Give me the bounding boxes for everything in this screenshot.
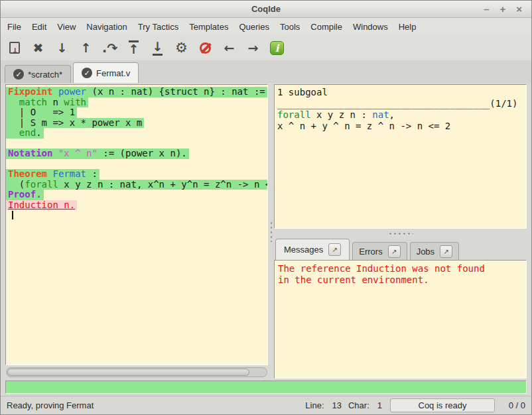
goal-counter: 0 / 0 bbox=[503, 400, 525, 410]
coq-status-button[interactable]: Coq is ready bbox=[390, 398, 495, 412]
menu-item[interactable]: Queries bbox=[233, 20, 275, 34]
detach-icon[interactable]: ↗ bbox=[440, 245, 452, 258]
right-column: 1 subgoal ______________________________… bbox=[274, 84, 527, 379]
goal-line: 1 subgoal bbox=[277, 87, 526, 98]
minimize-button[interactable]: – bbox=[484, 1, 489, 17]
titlebar: CoqIde – + × bbox=[1, 1, 531, 18]
menu-item[interactable]: Try Tactics bbox=[133, 20, 184, 34]
message-tab-label: Errors bbox=[359, 247, 382, 257]
messages-tab[interactable]: Messages ↗ bbox=[275, 239, 350, 260]
goal-line: x ^ n + y ^ n = z ^ n -> n <= 2 bbox=[277, 121, 526, 132]
line-label: Line: bbox=[305, 400, 324, 410]
menu-item[interactable]: Tools bbox=[275, 20, 305, 34]
script-pane: Fixpoint power (x n : nat) {struct n} : … bbox=[5, 84, 268, 379]
tab-fermat[interactable]: ✓ Fermat.v bbox=[73, 62, 139, 83]
statusbar: Ready, proving Fermat Line: 13 Char: 1 C… bbox=[1, 396, 531, 414]
code-line bbox=[6, 159, 267, 170]
window-controls: – + × bbox=[484, 1, 531, 17]
menu-item[interactable]: Edit bbox=[27, 20, 52, 34]
code-line: Induction n. bbox=[6, 200, 267, 211]
menu-item[interactable]: Navigation bbox=[81, 20, 132, 34]
horizontal-pane-splitter[interactable] bbox=[274, 229, 527, 239]
menu-item[interactable]: Compile bbox=[305, 20, 348, 34]
code-line bbox=[6, 139, 267, 149]
restart-icon[interactable]: ↓ bbox=[4, 38, 25, 58]
code-line: | O => 1 bbox=[6, 107, 267, 118]
main-area: Fixpoint power (x n : nat) {struct n} : … bbox=[1, 83, 531, 379]
goal-line: ______________________________________(1… bbox=[277, 98, 526, 109]
code-line: Notation "x ^ n" := (power x n). bbox=[6, 148, 267, 159]
step-backward-icon[interactable]: ↑ bbox=[76, 38, 96, 58]
back-icon[interactable]: ← bbox=[219, 38, 239, 58]
jobs-tab[interactable]: Jobs ↗ bbox=[410, 242, 459, 260]
menubar: FileEditViewNavigationTry TacticsTemplat… bbox=[1, 18, 531, 35]
step-forward-icon[interactable]: ↓ bbox=[52, 38, 72, 58]
code-line: Proof. bbox=[6, 190, 267, 200]
go-to-cursor-icon[interactable]: .↷ bbox=[100, 38, 120, 58]
messages-pane[interactable]: The reference Induction was not found in… bbox=[274, 260, 527, 379]
code-line bbox=[6, 210, 267, 221]
char-value: 1 bbox=[377, 400, 382, 410]
tab-label: Fermat.v bbox=[96, 68, 130, 78]
scrollbar-thumb[interactable] bbox=[7, 369, 249, 376]
check-circle-icon: ✓ bbox=[82, 68, 92, 78]
splitter-grip-icon bbox=[388, 233, 413, 235]
goals-pane[interactable]: 1 subgoal ______________________________… bbox=[274, 84, 527, 229]
menu-item[interactable]: Help bbox=[393, 20, 422, 34]
detach-icon[interactable]: ↗ bbox=[328, 243, 341, 256]
maximize-button[interactable]: + bbox=[499, 1, 505, 17]
goal-line: forall x y z n : nat, bbox=[277, 109, 526, 121]
check-circle-icon: ✓ bbox=[13, 69, 24, 80]
forward-icon[interactable]: → bbox=[243, 38, 263, 58]
close-cross-icon[interactable]: ✖ bbox=[28, 38, 48, 58]
vertical-splitter[interactable] bbox=[268, 84, 274, 379]
status-message: Ready, proving Fermat bbox=[7, 400, 305, 410]
tab-label: *scratch* bbox=[28, 70, 62, 80]
progress-area bbox=[1, 379, 531, 396]
about-info-icon[interactable]: i bbox=[267, 38, 287, 58]
close-button[interactable]: × bbox=[516, 1, 522, 17]
code-line: end. bbox=[6, 128, 267, 139]
menu-item[interactable]: Windows bbox=[348, 20, 393, 34]
interrupt-icon[interactable] bbox=[195, 38, 216, 58]
window-title: CoqIde bbox=[1, 4, 531, 14]
char-label: Char: bbox=[348, 400, 369, 410]
message-tab-label: Messages bbox=[284, 245, 323, 255]
go-to-start-icon[interactable]: ↑ bbox=[123, 38, 144, 58]
message-tab-label: Jobs bbox=[417, 247, 434, 257]
errors-tab[interactable]: Errors ↗ bbox=[352, 242, 407, 260]
fully-check-gear-icon[interactable]: ⚙ bbox=[171, 38, 192, 58]
message-line: The reference Induction was not found bbox=[278, 263, 526, 274]
line-value: 13 bbox=[332, 400, 342, 410]
code-line: Fixpoint power (x n : nat) {struct n} : … bbox=[6, 87, 267, 97]
toolbar: ↓ ✖ ↓ ↑ .↷ ↑ ↓ bbox=[1, 35, 531, 60]
editor-tabstrip: ✓ *scratch* ✓ Fermat.v bbox=[1, 60, 531, 83]
tab-scratch[interactable]: ✓ *scratch* bbox=[5, 65, 71, 83]
code-line: Theorem Fermat : bbox=[6, 169, 267, 180]
code-line: match n with bbox=[6, 97, 267, 108]
code-line: (forall x y z n : nat, x^n + y^n = z^n -… bbox=[6, 180, 267, 190]
messages-tabbar: Messages ↗ Errors ↗ Jobs ↗ bbox=[274, 239, 527, 260]
code-editor[interactable]: Fixpoint power (x n : nat) {struct n} : … bbox=[5, 84, 268, 365]
detach-icon[interactable]: ↗ bbox=[388, 245, 401, 258]
progress-bar bbox=[5, 381, 527, 394]
code-line: | S m => x * power x m bbox=[6, 118, 267, 129]
coqide-window: CoqIde – + × FileEditViewNavigationTry T… bbox=[0, 0, 532, 415]
go-to-end-icon[interactable]: ↓ bbox=[147, 38, 168, 58]
menu-item[interactable]: Templates bbox=[184, 20, 233, 34]
splitter-grip-icon bbox=[271, 221, 272, 242]
menu-item[interactable]: File bbox=[2, 20, 27, 34]
menu-item[interactable]: View bbox=[52, 20, 81, 34]
horizontal-scrollbar[interactable] bbox=[6, 367, 267, 377]
message-line: in the current environment. bbox=[278, 274, 526, 286]
